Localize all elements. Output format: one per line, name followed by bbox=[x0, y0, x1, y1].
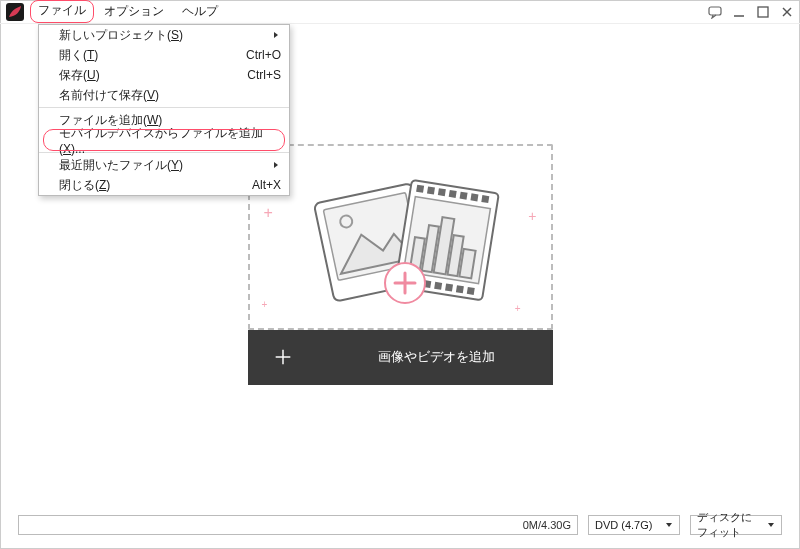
svg-rect-21 bbox=[445, 283, 453, 291]
svg-rect-16 bbox=[481, 195, 489, 203]
menu-save[interactable]: 保存(U) Ctrl+S bbox=[39, 65, 289, 85]
svg-rect-1 bbox=[709, 7, 721, 15]
svg-rect-23 bbox=[467, 286, 475, 294]
sparkle-icon: + bbox=[528, 208, 536, 224]
svg-rect-20 bbox=[434, 281, 442, 289]
menu-options[interactable]: オプション bbox=[96, 0, 172, 23]
svg-rect-3 bbox=[758, 7, 768, 17]
feedback-icon[interactable] bbox=[708, 5, 722, 19]
menu-help[interactable]: ヘルプ bbox=[174, 0, 226, 23]
drop-zone[interactable]: + + + + bbox=[248, 144, 553, 330]
menu-save-as[interactable]: 名前付けて保存(V) bbox=[39, 85, 289, 105]
shortcut-label: Alt+X bbox=[252, 178, 281, 192]
close-button[interactable] bbox=[780, 5, 794, 19]
svg-rect-11 bbox=[427, 186, 435, 194]
menu-add-from-mobile[interactable]: モバイルデバイスからファイルを追加(X)... bbox=[39, 130, 289, 150]
maximize-button[interactable] bbox=[756, 5, 770, 19]
capacity-indicator: 0M/4.30G bbox=[18, 515, 578, 535]
menu-recent-files[interactable]: 最近開いたファイル(Y) bbox=[39, 155, 289, 175]
menu-open[interactable]: 開く(T) Ctrl+O bbox=[39, 45, 289, 65]
svg-rect-12 bbox=[438, 188, 446, 196]
menu-file[interactable]: ファイル bbox=[30, 0, 94, 23]
menu-close[interactable]: 閉じる(Z) Alt+X bbox=[39, 175, 289, 195]
sparkle-icon: + bbox=[264, 204, 273, 222]
chevron-right-icon bbox=[271, 158, 281, 172]
footer-bar: 0M/4.30G DVD (4.7G) ディスクにフィット bbox=[0, 506, 800, 544]
title-bar: ファイル オプション ヘルプ bbox=[0, 0, 800, 24]
add-media-label: 画像やビデオを追加 bbox=[378, 348, 495, 366]
svg-rect-22 bbox=[456, 285, 464, 293]
shortcut-label: Ctrl+O bbox=[246, 48, 281, 62]
chevron-down-icon bbox=[767, 519, 775, 531]
media-illustration-icon bbox=[285, 167, 515, 307]
svg-rect-10 bbox=[416, 184, 424, 192]
add-media-button[interactable]: 画像やビデオを追加 bbox=[248, 330, 553, 385]
app-icon bbox=[6, 3, 24, 21]
chevron-down-icon bbox=[665, 519, 673, 531]
minimize-button[interactable] bbox=[732, 5, 746, 19]
chevron-right-icon bbox=[271, 28, 281, 42]
svg-rect-15 bbox=[470, 193, 478, 201]
sparkle-icon: + bbox=[262, 299, 268, 310]
plus-icon bbox=[248, 330, 320, 385]
file-menu-dropdown: 新しいプロジェクト(S) 開く(T) Ctrl+O 保存(U) Ctrl+S 名… bbox=[38, 24, 290, 196]
svg-rect-14 bbox=[460, 191, 468, 199]
shortcut-label: Ctrl+S bbox=[247, 68, 281, 82]
svg-rect-13 bbox=[449, 189, 457, 197]
media-type-select[interactable]: DVD (4.7G) bbox=[588, 515, 680, 535]
sparkle-icon: + bbox=[515, 303, 521, 314]
menu-new-project[interactable]: 新しいプロジェクト(S) bbox=[39, 25, 289, 45]
fit-mode-select[interactable]: ディスクにフィット bbox=[690, 515, 782, 535]
